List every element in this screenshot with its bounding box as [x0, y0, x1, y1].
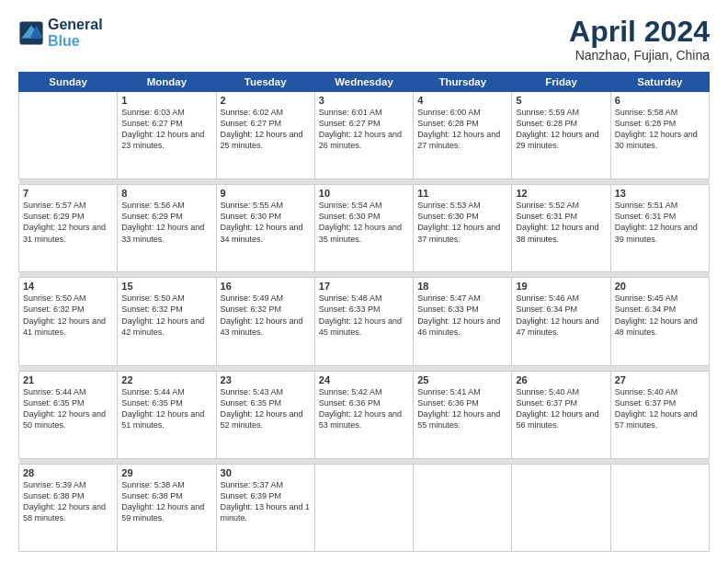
day-number: 26	[516, 374, 606, 385]
daylight-text: Daylight: 12 hours and 51 minutes.	[121, 408, 211, 431]
day-number: 12	[516, 188, 606, 199]
sunrise-text: Sunrise: 5:41 AM	[417, 386, 507, 397]
calendar-cell: 3 Sunrise: 6:01 AM Sunset: 6:27 PM Dayli…	[314, 92, 413, 179]
calendar-cell: 2 Sunrise: 6:02 AM Sunset: 6:27 PM Dayli…	[216, 92, 314, 179]
col-thursday: Thursday	[414, 73, 512, 92]
col-wednesday: Wednesday	[314, 73, 413, 92]
calendar-cell: 30 Sunrise: 5:37 AM Sunset: 6:39 PM Dayl…	[216, 464, 314, 551]
logo: General Blue	[18, 17, 103, 49]
day-number: 30	[221, 467, 311, 478]
day-number: 2	[221, 95, 311, 106]
logo-text: General Blue	[48, 17, 103, 49]
calendar-cell: 29 Sunrise: 5:38 AM Sunset: 6:38 PM Dayl…	[118, 464, 216, 551]
sunset-text: Sunset: 6:30 PM	[221, 211, 311, 222]
sunset-text: Sunset: 6:35 PM	[23, 397, 113, 408]
calendar-cell: 26 Sunrise: 5:40 AM Sunset: 6:37 PM Dayl…	[512, 371, 610, 458]
daylight-text: Daylight: 12 hours and 27 minutes.	[417, 129, 507, 151]
sunrise-text: Sunrise: 5:40 AM	[516, 386, 606, 397]
daylight-text: Daylight: 12 hours and 35 minutes.	[319, 222, 409, 244]
calendar-cell: 19 Sunrise: 5:46 AM Sunset: 6:34 PM Dayl…	[512, 278, 610, 365]
sunset-text: Sunset: 6:29 PM	[121, 211, 211, 222]
day-number: 25	[417, 374, 507, 385]
sunset-text: Sunset: 6:30 PM	[417, 211, 507, 222]
daylight-text: Daylight: 12 hours and 34 minutes.	[221, 222, 311, 244]
sunrise-text: Sunrise: 5:59 AM	[516, 107, 606, 118]
day-number: 8	[121, 188, 211, 199]
sunset-text: Sunset: 6:34 PM	[615, 304, 705, 315]
daylight-text: Daylight: 12 hours and 41 minutes.	[23, 316, 113, 338]
sunrise-text: Sunrise: 5:52 AM	[516, 200, 606, 211]
day-number: 1	[121, 95, 211, 106]
calendar-cell: 6 Sunrise: 5:58 AM Sunset: 6:28 PM Dayli…	[610, 92, 709, 179]
daylight-text: Daylight: 12 hours and 53 minutes.	[319, 408, 409, 431]
sunrise-text: Sunrise: 5:43 AM	[221, 386, 311, 397]
daylight-text: Daylight: 12 hours and 55 minutes.	[417, 408, 507, 431]
daylight-text: Daylight: 12 hours and 52 minutes.	[221, 408, 311, 431]
calendar-cell: 5 Sunrise: 5:59 AM Sunset: 6:28 PM Dayli…	[512, 92, 610, 179]
calendar-cell: 25 Sunrise: 5:41 AM Sunset: 6:36 PM Dayl…	[414, 371, 512, 458]
col-sunday: Sunday	[19, 73, 118, 92]
day-number: 18	[417, 281, 507, 292]
daylight-text: Daylight: 12 hours and 25 minutes.	[221, 129, 311, 151]
sunrise-text: Sunrise: 6:02 AM	[221, 107, 311, 118]
sunset-text: Sunset: 6:37 PM	[615, 397, 705, 408]
sunrise-text: Sunrise: 5:53 AM	[417, 200, 507, 211]
sunset-text: Sunset: 6:30 PM	[319, 211, 409, 222]
day-number: 19	[516, 281, 606, 292]
sunrise-text: Sunrise: 5:45 AM	[615, 293, 705, 304]
sunset-text: Sunset: 6:29 PM	[23, 211, 113, 222]
logo-icon	[18, 20, 44, 46]
daylight-text: Daylight: 12 hours and 42 minutes.	[121, 316, 211, 338]
sunset-text: Sunset: 6:34 PM	[516, 304, 606, 315]
daylight-text: Daylight: 12 hours and 33 minutes.	[121, 222, 211, 244]
daylight-text: Daylight: 12 hours and 48 minutes.	[615, 316, 705, 338]
sunset-text: Sunset: 6:35 PM	[221, 397, 311, 408]
calendar-cell: 4 Sunrise: 6:00 AM Sunset: 6:28 PM Dayli…	[414, 92, 512, 179]
calendar-cell: 11 Sunrise: 5:53 AM Sunset: 6:30 PM Dayl…	[414, 185, 512, 272]
day-number: 16	[221, 281, 311, 292]
sunrise-text: Sunrise: 6:03 AM	[121, 107, 211, 118]
sunrise-text: Sunrise: 5:48 AM	[319, 293, 409, 304]
sunrise-text: Sunrise: 5:54 AM	[319, 200, 409, 211]
calendar-cell: 21 Sunrise: 5:44 AM Sunset: 6:35 PM Dayl…	[19, 371, 118, 458]
sunset-text: Sunset: 6:36 PM	[319, 397, 409, 408]
sunset-text: Sunset: 6:33 PM	[319, 304, 409, 315]
sunset-text: Sunset: 6:28 PM	[615, 118, 705, 129]
calendar-cell: 1 Sunrise: 6:03 AM Sunset: 6:27 PM Dayli…	[118, 92, 216, 179]
daylight-text: Daylight: 12 hours and 31 minutes.	[23, 222, 113, 244]
calendar-cell: 28 Sunrise: 5:39 AM Sunset: 6:38 PM Dayl…	[19, 464, 118, 551]
daylight-text: Daylight: 12 hours and 58 minutes.	[23, 501, 113, 523]
calendar-cell	[19, 92, 118, 179]
day-number: 27	[615, 374, 705, 385]
sunrise-text: Sunrise: 5:40 AM	[615, 386, 705, 397]
sunrise-text: Sunrise: 5:50 AM	[121, 293, 211, 304]
calendar-cell: 14 Sunrise: 5:50 AM Sunset: 6:32 PM Dayl…	[19, 278, 118, 365]
daylight-text: Daylight: 12 hours and 26 minutes.	[319, 129, 409, 151]
calendar-cell: 18 Sunrise: 5:47 AM Sunset: 6:33 PM Dayl…	[414, 278, 512, 365]
daylight-text: Daylight: 12 hours and 30 minutes.	[615, 129, 705, 151]
calendar-table: Sunday Monday Tuesday Wednesday Thursday…	[18, 72, 710, 552]
sunrise-text: Sunrise: 6:00 AM	[417, 107, 507, 118]
sunrise-text: Sunrise: 5:56 AM	[121, 200, 211, 211]
day-number: 10	[319, 188, 409, 199]
sunrise-text: Sunrise: 5:55 AM	[221, 200, 311, 211]
day-number: 4	[417, 95, 507, 106]
calendar-cell: 15 Sunrise: 5:50 AM Sunset: 6:32 PM Dayl…	[118, 278, 216, 365]
calendar-cell: 17 Sunrise: 5:48 AM Sunset: 6:33 PM Dayl…	[314, 278, 413, 365]
day-number: 17	[319, 281, 409, 292]
col-saturday: Saturday	[610, 73, 709, 92]
daylight-text: Daylight: 12 hours and 47 minutes.	[516, 316, 606, 338]
day-number: 3	[319, 95, 409, 106]
location-subtitle: Nanzhao, Fujian, China	[569, 48, 710, 63]
day-number: 29	[121, 467, 211, 478]
day-number: 14	[23, 281, 113, 292]
sunset-text: Sunset: 6:28 PM	[516, 118, 606, 129]
header: General Blue April 2024 Nanzhao, Fujian,…	[18, 17, 710, 63]
day-number: 9	[221, 188, 311, 199]
sunrise-text: Sunrise: 5:42 AM	[319, 386, 409, 397]
calendar-cell: 23 Sunrise: 5:43 AM Sunset: 6:35 PM Dayl…	[216, 371, 314, 458]
daylight-text: Daylight: 12 hours and 46 minutes.	[417, 316, 507, 338]
day-number: 5	[516, 95, 606, 106]
daylight-text: Daylight: 12 hours and 37 minutes.	[417, 222, 507, 244]
sunset-text: Sunset: 6:35 PM	[121, 397, 211, 408]
